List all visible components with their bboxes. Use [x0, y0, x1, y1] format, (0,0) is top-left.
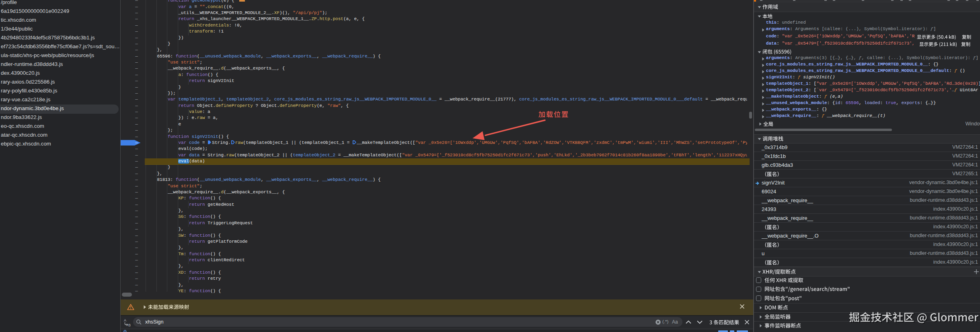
- svg-text:A: A: [124, 318, 126, 322]
- svg-text:B: B: [128, 323, 131, 327]
